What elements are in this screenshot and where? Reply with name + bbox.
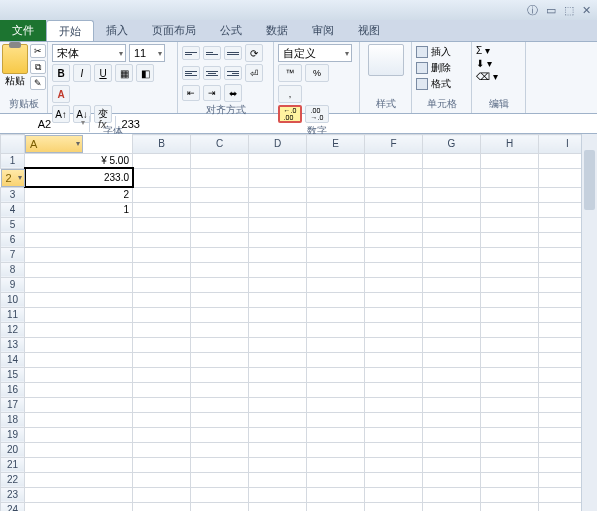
help-icon[interactable]: ⓘ [527, 3, 538, 18]
cell-B21[interactable] [133, 457, 191, 472]
cell-C13[interactable] [191, 337, 249, 352]
cell-C12[interactable] [191, 322, 249, 337]
cell-D10[interactable] [249, 292, 307, 307]
cell-G17[interactable] [423, 397, 481, 412]
cell-E4[interactable] [307, 202, 365, 217]
cell-C6[interactable] [191, 232, 249, 247]
cell-C9[interactable] [191, 277, 249, 292]
tab-公式[interactable]: 公式 [208, 20, 254, 41]
vertical-scrollbar[interactable] [581, 134, 597, 511]
border-button[interactable]: ▦ [115, 64, 133, 82]
row-header-22[interactable]: 22 [1, 472, 25, 487]
cell-G14[interactable] [423, 352, 481, 367]
cell-D21[interactable] [249, 457, 307, 472]
paste-button[interactable]: 粘贴 [2, 44, 28, 90]
cell-G11[interactable] [423, 307, 481, 322]
cell-C11[interactable] [191, 307, 249, 322]
minimize-icon[interactable]: ▭ [546, 4, 556, 17]
cell-F3[interactable] [365, 187, 423, 202]
cell-A10[interactable] [25, 292, 133, 307]
cell-D8[interactable] [249, 262, 307, 277]
row-header-5[interactable]: 5 [1, 217, 25, 232]
cell-G15[interactable] [423, 367, 481, 382]
row-header-20[interactable]: 20 [1, 442, 25, 457]
cell-B3[interactable] [133, 187, 191, 202]
cell-F13[interactable] [365, 337, 423, 352]
cell-B7[interactable] [133, 247, 191, 262]
clear-button[interactable]: ⌫ ▾ [476, 70, 521, 83]
cell-E10[interactable] [307, 292, 365, 307]
cell-A3[interactable]: 2 [25, 187, 133, 202]
row-header-14[interactable]: 14 [1, 352, 25, 367]
cell-C15[interactable] [191, 367, 249, 382]
cell-C7[interactable] [191, 247, 249, 262]
cell-B18[interactable] [133, 412, 191, 427]
cell-A5[interactable] [25, 217, 133, 232]
increase-indent-button[interactable]: ⇥ [203, 85, 221, 101]
cell-E9[interactable] [307, 277, 365, 292]
row-header-1[interactable]: 1 [1, 153, 25, 168]
tab-file[interactable]: 文件 [0, 20, 46, 41]
cell-C18[interactable] [191, 412, 249, 427]
row-header-8[interactable]: 8 [1, 262, 25, 277]
cell-F6[interactable] [365, 232, 423, 247]
cell-B4[interactable] [133, 202, 191, 217]
cell-A2[interactable]: 233.0 [25, 168, 133, 187]
cell-D18[interactable] [249, 412, 307, 427]
row-header-23[interactable]: 23 [1, 487, 25, 502]
cell-B17[interactable] [133, 397, 191, 412]
format-painter-icon[interactable]: ✎ [30, 76, 46, 90]
row-header-16[interactable]: 16 [1, 382, 25, 397]
close-icon[interactable]: ✕ [582, 4, 591, 17]
cell-D22[interactable] [249, 472, 307, 487]
row-header-24[interactable]: 24 [1, 502, 25, 511]
cell-G13[interactable] [423, 337, 481, 352]
row-header-17[interactable]: 17 [1, 397, 25, 412]
comma-button[interactable]: , [278, 85, 302, 103]
cell-B6[interactable] [133, 232, 191, 247]
cell-A7[interactable] [25, 247, 133, 262]
cell-F2[interactable] [365, 168, 423, 187]
insert-cells-button[interactable]: 插入 [416, 44, 467, 60]
cell-G2[interactable] [423, 168, 481, 187]
cell-F15[interactable] [365, 367, 423, 382]
cell-G21[interactable] [423, 457, 481, 472]
cell-C10[interactable] [191, 292, 249, 307]
cell-F10[interactable] [365, 292, 423, 307]
cell-B15[interactable] [133, 367, 191, 382]
cell-E11[interactable] [307, 307, 365, 322]
cell-B9[interactable] [133, 277, 191, 292]
cell-D17[interactable] [249, 397, 307, 412]
cell-H7[interactable] [481, 247, 539, 262]
cell-H15[interactable] [481, 367, 539, 382]
row-header-7[interactable]: 7 [1, 247, 25, 262]
cell-D2[interactable] [249, 168, 307, 187]
cell-B12[interactable] [133, 322, 191, 337]
cell-E15[interactable] [307, 367, 365, 382]
row-header-15[interactable]: 15 [1, 367, 25, 382]
row-header-6[interactable]: 6 [1, 232, 25, 247]
cell-C1[interactable] [191, 153, 249, 168]
percent-button[interactable]: % [305, 64, 329, 82]
cell-D4[interactable] [249, 202, 307, 217]
cell-E24[interactable] [307, 502, 365, 511]
cell-styles-button[interactable] [368, 44, 404, 76]
cell-A22[interactable] [25, 472, 133, 487]
cell-B1[interactable] [133, 153, 191, 168]
underline-button[interactable]: U [94, 64, 112, 82]
col-header-E[interactable]: E [307, 135, 365, 154]
cell-F18[interactable] [365, 412, 423, 427]
scrollbar-thumb[interactable] [584, 150, 595, 210]
cell-D11[interactable] [249, 307, 307, 322]
cut-icon[interactable]: ✂ [30, 44, 46, 58]
cell-B13[interactable] [133, 337, 191, 352]
col-header-A[interactable]: A [25, 135, 83, 153]
cell-F9[interactable] [365, 277, 423, 292]
cell-F5[interactable] [365, 217, 423, 232]
cell-F12[interactable] [365, 322, 423, 337]
cell-E5[interactable] [307, 217, 365, 232]
cell-B10[interactable] [133, 292, 191, 307]
row-header-3[interactable]: 3 [1, 187, 25, 202]
cell-A19[interactable] [25, 427, 133, 442]
col-header-C[interactable]: C [191, 135, 249, 154]
